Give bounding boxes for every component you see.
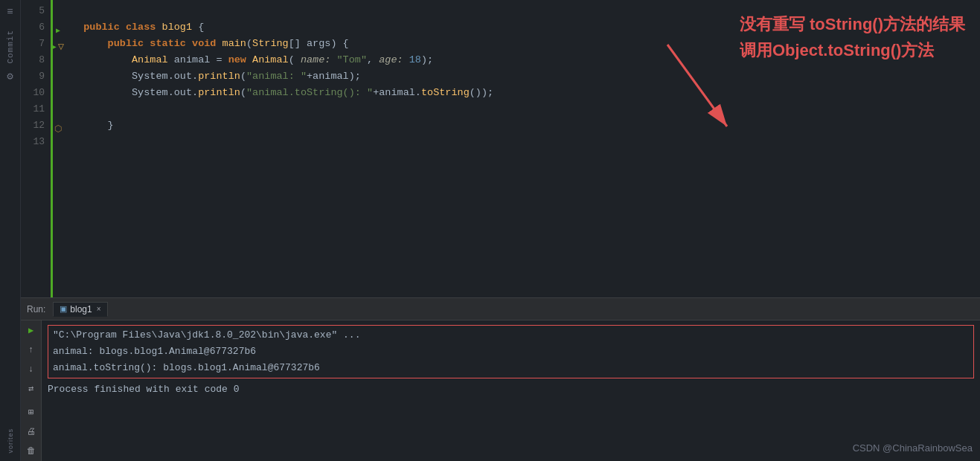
code-content: public class blog1 { public static void … [65, 0, 980, 297]
output-highlight-box: "C:\Program Files\Java\jdk1.8.0_202\bin\… [48, 325, 974, 378]
left-sidebar: ≡ Commit ⚙ vorites [0, 0, 21, 461]
output-line-3: animal.toString(): blogs.blog1.Animal@67… [53, 360, 969, 376]
line-num-5: 5 [21, 3, 45, 19]
output-line-2: animal: blogs.blog1.Animal@677327b6 [53, 344, 969, 360]
code-line-6: public class blog1 { [71, 19, 980, 36]
run-panel-body: ▶ ↑ ↓ ⇄ ⊞ 🖨 🗑 "C:\Program Files\Java\jdk… [21, 320, 980, 461]
favorites-label: vorites [7, 428, 14, 454]
run-output-area: "C:\Program Files\Java\jdk1.8.0_202\bin\… [42, 320, 980, 461]
run-label: Run: [27, 304, 45, 315]
run-up-icon[interactable]: ↑ [24, 343, 39, 358]
process-finished-line: Process finished with exit code 0 [48, 381, 974, 398]
gutter-indicators: ▶ ▶ ▽ ⬡ [51, 0, 65, 297]
line-num-12: 12 [21, 117, 45, 134]
run-tab-blog1[interactable]: ▣ blog1 × [53, 302, 107, 317]
run-play-icon[interactable]: ▶ [24, 323, 39, 338]
line-num-11: 11 [21, 101, 45, 117]
sidebar-icon-menu[interactable]: ≡ [7, 6, 13, 18]
line-num-7: 7 [21, 36, 45, 52]
csdn-watermark: CSDN @ChinaRainbowSea [853, 442, 973, 454]
run-layout-icon[interactable]: ⊞ [24, 404, 39, 419]
run-panel-header: Run: ▣ blog1 × [21, 298, 980, 320]
sidebar-icon-vcs[interactable]: Commit [6, 30, 15, 64]
tab-icon: ▣ [60, 304, 67, 314]
code-line-7: public static void main(String[] args) { [71, 36, 980, 52]
run-indicator-line6[interactable]: ▶ [51, 22, 65, 39]
line-num-9: 9 [21, 68, 45, 85]
run-trash-icon[interactable]: 🗑 [24, 443, 39, 458]
line-num-13: 13 [21, 134, 45, 150]
line-numbers: 5 6 7 8 9 10 11 12 13 [21, 0, 51, 297]
code-editor: 5 6 7 8 9 10 11 12 13 ▶ [21, 0, 980, 297]
run-sidebar: ▶ ↑ ↓ ⇄ ⊞ 🖨 🗑 [21, 320, 42, 461]
run-panel: Run: ▣ blog1 × ▶ ↑ ↓ ⇄ ⊞ 🖨 🗑 [21, 297, 980, 461]
code-line-10: System.out.println("animal.toString(): "… [71, 85, 980, 101]
line-num-10: 10 [21, 85, 45, 101]
sidebar-icon-settings[interactable]: ⚙ [7, 70, 13, 83]
code-line-9: System.out.println("animal: "+animal); [71, 68, 980, 85]
run-indicator-line7[interactable]: ▶ ▽ [51, 39, 65, 55]
code-line-5 [71, 3, 980, 19]
line-num-8: 8 [21, 52, 45, 68]
tab-close-icon[interactable]: × [97, 305, 101, 313]
main-content: 5 6 7 8 9 10 11 12 13 ▶ [21, 0, 980, 461]
code-line-8: Animal animal = new Animal( name: "Tom",… [71, 52, 980, 68]
code-line-12: } [71, 117, 980, 134]
tab-name: blog1 [70, 304, 92, 315]
output-line-1: "C:\Program Files\Java\jdk1.8.0_202\bin\… [53, 327, 969, 344]
run-rerun-icon[interactable]: ⇄ [24, 381, 39, 396]
bookmark-line12: ⬡ [51, 120, 65, 137]
run-down-icon[interactable]: ↓ [24, 362, 39, 377]
line-num-6: 6 [21, 19, 45, 36]
code-line-13 [71, 134, 980, 150]
run-print-icon[interactable]: 🖨 [24, 424, 39, 439]
code-line-11 [71, 101, 980, 117]
